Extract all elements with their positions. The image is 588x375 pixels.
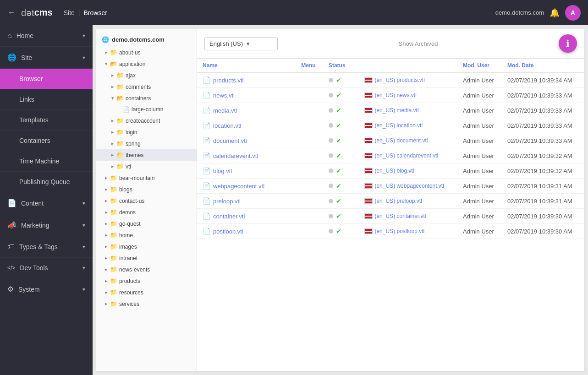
file-menu-cell [296, 179, 323, 194]
tree-item-home[interactable]: ▸📁home [96, 229, 197, 241]
table-row: 📄media.vtl✔(en_US) media.vtlAdmin User02… [197, 103, 584, 118]
file-name-cell[interactable]: 📄calendarevent.vtl [203, 152, 290, 159]
expand-icon: ▸ [103, 175, 110, 181]
tree-item-name: intranet [119, 255, 137, 261]
logo: dət cms [21, 7, 53, 18]
sidebar-item-site[interactable]: 🌐 Site ▾ [0, 47, 93, 69]
content-icon: 📄 [7, 199, 16, 207]
tree-item-application[interactable]: ▾📂application [96, 58, 197, 70]
info-fab-button[interactable]: ℹ [559, 34, 577, 53]
file-name-cell[interactable]: 📄blog.vtl [203, 167, 290, 174]
tree-item-products[interactable]: ▸📁products [96, 275, 197, 287]
tree-item-demos[interactable]: ▸📁demos [96, 207, 197, 218]
tree-item-news-events[interactable]: ▸📁news-events [96, 264, 197, 275]
file-name-cell[interactable]: 📄location.vtl [203, 122, 290, 129]
expand-icon: ▾ [109, 95, 116, 101]
tree-item-go-quest[interactable]: ▸📁go-quest [96, 218, 197, 229]
tree-item-login[interactable]: ▸📁login [96, 126, 197, 138]
file-name-cell[interactable]: 📄webpagecontent.vtl [203, 182, 290, 190]
sidebar-item-browser-label: Browser [7, 75, 85, 82]
folder-icon: 📁 [110, 232, 117, 239]
file-name-cell[interactable]: 📄document.vtl [203, 137, 290, 144]
mod-user-cell: Admin User [457, 88, 502, 103]
tree-item-blogs[interactable]: ▸📁blogs [96, 184, 197, 195]
tree-item-themes[interactable]: ▸📁themes [96, 149, 197, 161]
status-check-icon: ✔ [336, 76, 341, 84]
flag-label: (en_US) calendarevent.vtl [374, 152, 438, 159]
sidebar-item-publishing-queue[interactable]: Publishing Queue [0, 172, 93, 192]
tree-item-name: contact-us [119, 198, 144, 204]
tree-item-contact-us[interactable]: ▸📁contact-us [96, 195, 197, 207]
tree-item-images[interactable]: ▸📁images [96, 241, 197, 252]
file-name-text: preloop.vtl [213, 198, 241, 205]
file-name-cell[interactable]: 📄products.vtl [203, 76, 290, 84]
sidebar-item-marketing[interactable]: 📣 Marketing ▾ [0, 214, 93, 236]
folder-icon: 📂 [116, 95, 124, 102]
tree-item-name: demos [119, 209, 136, 216]
tree-item-resources[interactable]: ▸📁resources [96, 287, 197, 298]
expand-icon: ▸ [103, 232, 110, 238]
tree-item-vtl[interactable]: ▸📁vtl [96, 161, 197, 172]
file-name-text: media.vtl [213, 107, 237, 114]
vtl-file-icon: 📄 [203, 122, 210, 129]
expand-icon: ▸ [103, 186, 110, 192]
flag-icon [364, 183, 373, 189]
tree-item-createaccount[interactable]: ▸📁createaccount [96, 115, 197, 126]
file-table-body: 📄products.vtl✔(en_US) products.vtlAdmin … [197, 73, 584, 239]
show-archived-button[interactable]: Show Archived [283, 40, 553, 47]
mod-user-cell: Admin User [457, 224, 502, 239]
sidebar-item-system[interactable]: ⚙ System ▾ [0, 278, 93, 300]
sidebar-item-browser[interactable]: Browser [0, 69, 93, 89]
expand-icon: ▸ [103, 49, 110, 55]
col-header-mod-date[interactable]: Mod. Date [502, 59, 584, 73]
status-cell: ✔ [329, 76, 354, 84]
col-header-status[interactable]: Status [323, 59, 359, 73]
status-cell: ✔ [329, 182, 354, 190]
tree-item-intranet[interactable]: ▸📁intranet [96, 252, 197, 264]
tree-root[interactable]: 🌐 demo.dotcms.com [96, 33, 197, 47]
tree-item-bear-mountain[interactable]: ▸📁bear-mountain [96, 172, 197, 184]
col-header-mod-user[interactable]: Mod. User [457, 59, 502, 73]
sidebar-item-home[interactable]: ⌂ Home ▾ [0, 25, 93, 47]
file-name-cell[interactable]: 📄container.vtl [203, 212, 290, 220]
folder-icon: 📁 [116, 163, 124, 170]
sidebar-item-dev-tools[interactable]: </> Dev Tools ▾ [0, 258, 93, 278]
tree-item-ajax[interactable]: ▸📁ajax [96, 70, 197, 81]
tree-item-comments[interactable]: ▸📁comments [96, 81, 197, 92]
dev-tools-icon: </> [7, 265, 15, 271]
file-name-cell[interactable]: 📄postloop.vtl [203, 228, 290, 235]
tree-item-about-us[interactable]: ▸📁about-us [96, 47, 197, 58]
bell-icon[interactable]: 🔔 [550, 8, 560, 18]
file-name-text: container.vtl [213, 213, 245, 220]
file-name-cell[interactable]: 📄media.vtl [203, 107, 290, 114]
tree-item-name: products [119, 278, 140, 284]
avatar[interactable]: A [565, 5, 581, 21]
sidebar-item-types-tags[interactable]: 🏷 Types & Tags ▾ [0, 236, 93, 258]
file-name-cell[interactable]: 📄news.vtl [203, 92, 290, 99]
sidebar-item-templates[interactable]: Templates [0, 110, 93, 130]
flag-label: (en_US) document.vtl [374, 137, 428, 144]
sidebar-item-containers[interactable]: Containers [0, 130, 93, 151]
col-header-name[interactable]: Name [197, 59, 296, 73]
col-header-menu[interactable]: Menu [296, 59, 323, 73]
tree-item-large-column[interactable]: 📄large-column [96, 104, 197, 115]
flag-icon [364, 198, 373, 204]
breadcrumb-site[interactable]: Site [64, 9, 75, 16]
status-dot [329, 93, 333, 98]
file-menu-cell [296, 163, 323, 179]
sidebar-item-time-machine[interactable]: Time Machine [0, 151, 93, 172]
tree-item-spring[interactable]: ▸📁spring [96, 138, 197, 149]
sidebar-item-content[interactable]: 📄 Content ▾ [0, 192, 93, 214]
language-selector[interactable]: English (US) ▾ [204, 37, 278, 50]
folder-icon: 📂 [110, 60, 117, 67]
file-name-cell[interactable]: 📄preloop.vtl [203, 197, 290, 205]
flag-label: (en_US) postloop.vtl [374, 228, 424, 234]
file-name-text: products.vtl [213, 77, 243, 84]
mod-date-cell: 02/07/2019 10:39:34 AM [502, 73, 584, 88]
back-button[interactable]: ← [7, 8, 16, 17]
sidebar-item-links[interactable]: Links [0, 89, 93, 110]
tree-item-services[interactable]: ▸📁services [96, 298, 197, 310]
file-panel: English (US) ▾ Show Archived ℹ Name [197, 29, 584, 371]
mod-date-cell: 02/07/2019 10:39:32 AM [502, 148, 584, 163]
tree-item-containers[interactable]: ▾📂containers [96, 92, 197, 104]
